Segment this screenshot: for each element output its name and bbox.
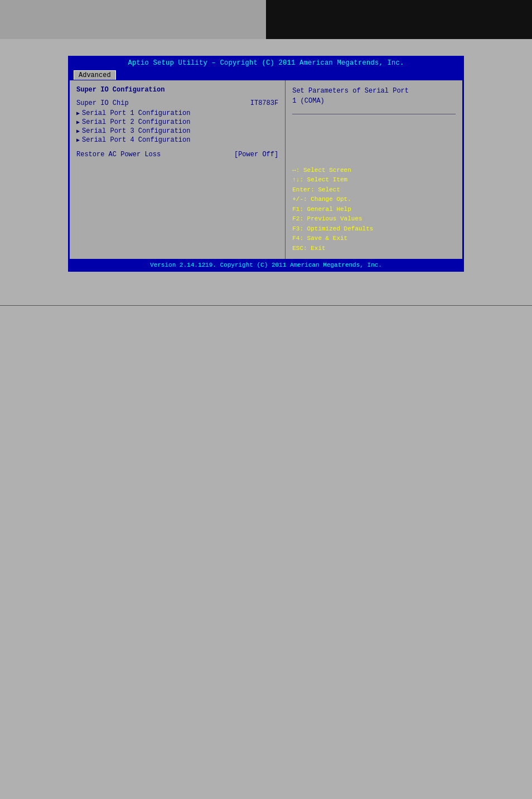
arrow-icon-2: ▶ [76, 119, 80, 126]
serial-port-1-label: Serial Port 1 Configuration [82, 109, 190, 117]
serial-port-3-label: Serial Port 3 Configuration [82, 127, 190, 135]
help-f2: F2: Previous Values [292, 214, 456, 224]
bios-window: Aptio Setup Utility – Copyright (C) 2011… [68, 56, 464, 272]
tab-bar: Advanced [69, 69, 463, 80]
help-f1: F1: General Help [292, 205, 456, 214]
help-enter: Enter: Select [292, 185, 456, 195]
arrow-icon-4: ▶ [76, 137, 80, 143]
help-select-screen: ↔: Select Screen [292, 166, 456, 175]
right-panel: Set Parameters of Serial Port1 (COMA) ↔:… [286, 80, 462, 259]
power-loss-row[interactable]: Restore AC Power Loss [Power Off] [76, 151, 278, 158]
title-text: Aptio Setup Utility – Copyright (C) 2011… [128, 59, 404, 67]
serial-port-2-item[interactable]: ▶ Serial Port 2 Configuration [76, 118, 278, 126]
serial-port-4-item[interactable]: ▶ Serial Port 4 Configuration [76, 136, 278, 144]
bios-title: Aptio Setup Utility – Copyright (C) 2011… [69, 57, 463, 69]
chip-value: IT8783F [250, 99, 278, 107]
arrow-icon-3: ▶ [76, 128, 80, 134]
help-f3: F3: Optimized Defaults [292, 224, 456, 234]
footer-text: Version 2.14.1219. Copyright (C) 2011 Am… [150, 262, 382, 268]
serial-port-1-item[interactable]: ▶ Serial Port 1 Configuration [76, 109, 278, 117]
info-text: Set Parameters of Serial Port1 (COMA) [292, 86, 456, 106]
tab-advanced[interactable]: Advanced [74, 70, 116, 80]
chip-row: Super IO Chip IT8783F [76, 99, 278, 107]
help-section: ↔: Select Screen ↑↓: Select Item Enter: … [292, 166, 456, 254]
left-panel: Super IO Configuration Super IO Chip IT8… [70, 80, 286, 259]
bios-main-area: Super IO Configuration Super IO Chip IT8… [69, 80, 463, 259]
serial-port-3-item[interactable]: ▶ Serial Port 3 Configuration [76, 127, 278, 135]
bios-footer: Version 2.14.1219. Copyright (C) 2011 Am… [69, 259, 463, 271]
serial-port-4-label: Serial Port 4 Configuration [82, 136, 190, 144]
power-loss-label: Restore AC Power Loss [76, 151, 161, 158]
chip-label: Super IO Chip [76, 99, 129, 107]
serial-port-2-label: Serial Port 2 Configuration [82, 118, 190, 126]
bottom-divider [0, 305, 532, 306]
section-title: Super IO Configuration [76, 86, 278, 94]
help-esc: ESC: Exit [292, 244, 456, 253]
power-loss-value: [Power Off] [234, 151, 278, 158]
banner-left [0, 0, 266, 39]
help-f4: F4: Save & Exit [292, 234, 456, 243]
divider [292, 114, 456, 114]
help-change-opt: +/-: Change Opt. [292, 195, 456, 204]
banner-right [266, 0, 532, 39]
arrow-icon-1: ▶ [76, 110, 80, 117]
help-select-item: ↑↓: Select Item [292, 175, 456, 185]
